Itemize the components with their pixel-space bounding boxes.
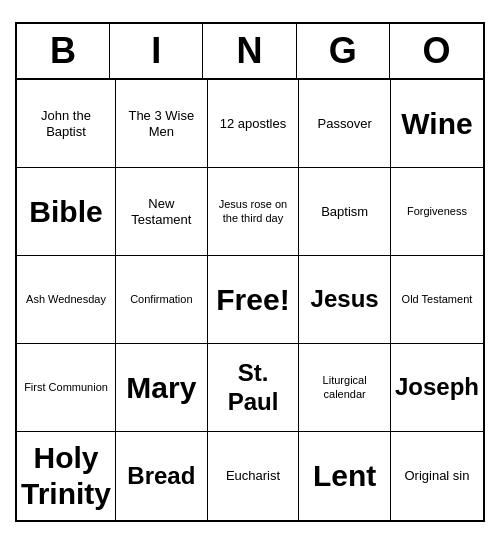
bingo-cell-4: Wine [391, 80, 483, 168]
bingo-cell-12: Free! [208, 256, 300, 344]
bingo-cell-22: Eucharist [208, 432, 300, 520]
bingo-card: BINGO John the BaptistThe 3 Wise Men12 a… [15, 22, 485, 522]
bingo-letter-i: I [110, 24, 203, 78]
bingo-cell-17: St. Paul [208, 344, 300, 432]
bingo-cell-15: First Communion [17, 344, 116, 432]
bingo-letter-n: N [203, 24, 296, 78]
bingo-cell-2: 12 apostles [208, 80, 300, 168]
bingo-cell-19: Joseph [391, 344, 483, 432]
bingo-cell-14: Old Testament [391, 256, 483, 344]
bingo-letter-g: G [297, 24, 390, 78]
bingo-cell-16: Mary [116, 344, 208, 432]
bingo-cell-8: Baptism [299, 168, 391, 256]
bingo-cell-6: New Testament [116, 168, 208, 256]
bingo-grid: John the BaptistThe 3 Wise Men12 apostle… [17, 80, 483, 520]
bingo-cell-13: Jesus [299, 256, 391, 344]
bingo-cell-10: Ash Wednesday [17, 256, 116, 344]
bingo-cell-20: Holy Trinity [17, 432, 116, 520]
bingo-header: BINGO [17, 24, 483, 80]
bingo-cell-9: Forgiveness [391, 168, 483, 256]
bingo-cell-3: Passover [299, 80, 391, 168]
bingo-cell-24: Original sin [391, 432, 483, 520]
bingo-cell-18: Liturgical calendar [299, 344, 391, 432]
bingo-letter-b: B [17, 24, 110, 78]
bingo-cell-21: Bread [116, 432, 208, 520]
bingo-cell-5: Bible [17, 168, 116, 256]
bingo-cell-1: The 3 Wise Men [116, 80, 208, 168]
bingo-cell-11: Confirmation [116, 256, 208, 344]
bingo-cell-7: Jesus rose on the third day [208, 168, 300, 256]
bingo-cell-0: John the Baptist [17, 80, 116, 168]
bingo-cell-23: Lent [299, 432, 391, 520]
bingo-letter-o: O [390, 24, 483, 78]
